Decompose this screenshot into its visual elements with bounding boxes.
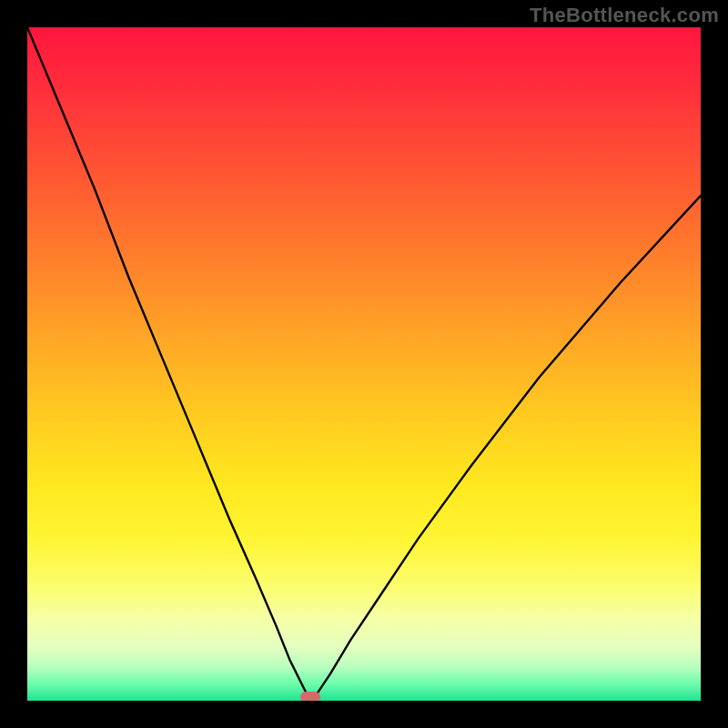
plot-area bbox=[27, 27, 701, 701]
chart-frame: TheBottleneck.com bbox=[0, 0, 728, 728]
minimum-indicator-icon bbox=[300, 692, 320, 701]
bottleneck-curve bbox=[27, 27, 701, 701]
watermark-text: TheBottleneck.com bbox=[530, 4, 719, 27]
curve-svg bbox=[27, 27, 701, 701]
